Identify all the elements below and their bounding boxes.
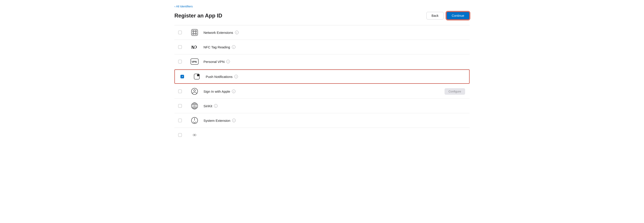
label-cell-sign-in-apple: Sign In with Apple i [204, 90, 425, 93]
capability-row-nfc-tag-reading: N NFC Tag Reading i [174, 40, 470, 54]
continue-button[interactable]: Continue [446, 12, 470, 20]
checkbox-system-extension[interactable] [178, 119, 182, 122]
label-cell-sirikit: SiriKit i [204, 104, 425, 108]
svg-text:VPN: VPN [192, 61, 197, 63]
info-icon-system-extension[interactable]: i [232, 119, 236, 122]
capability-row-system-extension: System Extension i [174, 113, 470, 128]
checkbox-partial[interactable] [178, 133, 182, 137]
capability-row-partial [174, 128, 470, 139]
svg-point-21 [194, 134, 196, 136]
sign-in-apple-icon [190, 87, 198, 95]
info-icon-push-notifications[interactable]: i [234, 75, 238, 78]
svg-point-1 [192, 31, 194, 32]
page-title: Register an App ID [174, 13, 222, 19]
label-cell-network-extensions: Network Extensions i [204, 31, 425, 35]
svg-rect-0 [192, 29, 198, 36]
checkbox-sign-in-apple[interactable] [178, 90, 182, 93]
header-buttons: Back Continue [426, 12, 470, 20]
icon-cell-personal-vpn: VPN [186, 58, 204, 66]
svg-point-4 [195, 33, 196, 35]
capability-row-personal-vpn: VPN Personal VPN i [174, 54, 470, 69]
checkbox-cell-sirikit [174, 104, 186, 108]
icon-cell-partial [186, 131, 204, 139]
checkbox-sirikit[interactable] [178, 104, 182, 108]
push-notifications-icon [193, 73, 201, 81]
checkbox-push-notifications[interactable] [180, 75, 184, 78]
checkbox-cell-system-extension [174, 119, 186, 122]
svg-point-2 [195, 31, 196, 32]
info-icon-personal-vpn[interactable]: i [226, 60, 230, 63]
checkbox-nfc-tag-reading[interactable] [178, 45, 182, 49]
svg-point-3 [192, 33, 194, 35]
capability-row-sirikit: SiriKit i [174, 99, 470, 113]
info-icon-sign-in-apple[interactable]: i [232, 90, 236, 93]
icon-cell-sign-in-apple [186, 87, 204, 95]
checkbox-cell-nfc-tag-reading [174, 45, 186, 49]
icon-cell-system-extension [186, 116, 204, 124]
system-extension-icon [190, 116, 198, 124]
capability-row-network-extensions: Network Extensions i [174, 25, 470, 40]
capability-name-push-notifications: Push Notifications [206, 75, 232, 79]
checkbox-network-extensions[interactable] [178, 31, 182, 34]
breadcrumb: All Identifiers [174, 5, 470, 8]
info-icon-nfc-tag-reading[interactable]: i [232, 45, 236, 49]
icon-cell-nfc-tag-reading: N [186, 43, 204, 51]
label-cell-personal-vpn: Personal VPN i [204, 60, 425, 64]
capability-name-sirikit: SiriKit [204, 104, 212, 108]
svg-text:N: N [192, 45, 194, 50]
header-row: Register an App ID Back Continue [174, 12, 470, 20]
capability-name-system-extension: System Extension [204, 119, 230, 122]
action-cell-sign-in-apple[interactable]: Configure [425, 88, 470, 95]
all-identifiers-link[interactable]: All Identifiers [174, 5, 193, 8]
capability-name-personal-vpn: Personal VPN [204, 60, 224, 64]
icon-cell-push-notifications [188, 73, 206, 81]
capability-row-sign-in-apple: Sign In with Apple i Configure [174, 84, 470, 99]
svg-point-15 [194, 90, 196, 91]
capability-name-sign-in-apple: Sign In with Apple [204, 90, 230, 93]
label-cell-nfc-tag-reading: NFC Tag Reading i [204, 45, 425, 49]
icon-cell-network-extensions [186, 29, 204, 37]
info-icon-network-extensions[interactable]: i [235, 31, 238, 34]
svg-point-13 [197, 74, 199, 76]
sirikit-icon [190, 102, 198, 110]
page-container: All Identifiers Register an App ID Back … [161, 0, 483, 148]
checkbox-cell-push-notifications [177, 75, 188, 78]
checkbox-cell-personal-vpn [174, 60, 186, 63]
checkbox-personal-vpn[interactable] [178, 60, 182, 63]
personal-vpn-icon: VPN [190, 58, 198, 66]
label-cell-push-notifications: Push Notifications i [206, 75, 422, 79]
capability-row-push-notifications: Push Notifications i [174, 69, 470, 84]
back-button[interactable]: Back [426, 12, 444, 20]
capability-name-nfc-tag-reading: NFC Tag Reading [204, 45, 230, 49]
network-extensions-icon [190, 29, 198, 37]
nfc-tag-reading-icon: N [190, 43, 198, 51]
checkbox-cell-sign-in-apple [174, 90, 186, 93]
configure-button-sign-in-apple[interactable]: Configure [444, 88, 465, 95]
label-cell-system-extension: System Extension i [204, 119, 425, 122]
checkbox-cell-network-extensions [174, 31, 186, 34]
info-icon-sirikit[interactable]: i [214, 104, 218, 108]
capability-list: Network Extensions i N [174, 25, 470, 139]
partial-icon [190, 131, 198, 139]
icon-cell-sirikit [186, 102, 204, 110]
capability-name-network-extensions: Network Extensions [204, 31, 233, 35]
checkbox-cell-partial [174, 133, 186, 137]
